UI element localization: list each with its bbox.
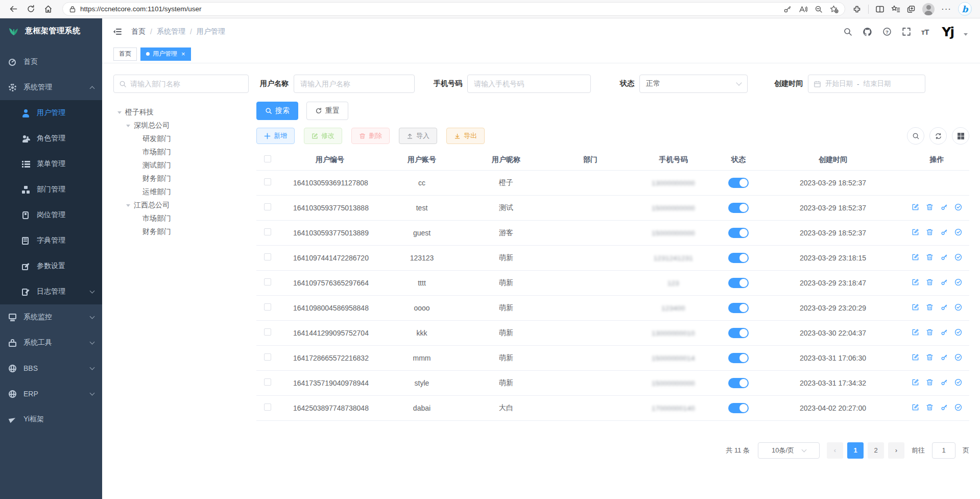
tree-node[interactable]: 市场部门 bbox=[113, 212, 249, 225]
reset-password-key-icon[interactable] bbox=[940, 353, 948, 361]
prev-page-button[interactable]: ‹ bbox=[827, 442, 843, 459]
tree-node[interactable]: 研发部门 bbox=[113, 132, 249, 146]
row-checkbox[interactable] bbox=[264, 228, 271, 235]
reset-password-key-icon[interactable] bbox=[940, 378, 948, 386]
github-icon[interactable] bbox=[863, 27, 872, 37]
status-toggle[interactable] bbox=[728, 278, 749, 288]
status-toggle[interactable] bbox=[728, 403, 749, 413]
delete-action-icon[interactable] bbox=[926, 203, 934, 211]
date-range-picker[interactable]: 开始日期 - 结束日期 bbox=[808, 75, 925, 93]
sidebar-item-system-mgmt[interactable]: 系统管理 bbox=[0, 75, 102, 100]
fullscreen-icon[interactable] bbox=[902, 27, 911, 36]
edit-action-icon[interactable] bbox=[912, 403, 919, 411]
edit-action-icon[interactable] bbox=[912, 203, 919, 211]
status-toggle[interactable] bbox=[728, 353, 749, 363]
edit-action-icon[interactable] bbox=[912, 253, 919, 261]
dept-search-field[interactable] bbox=[113, 75, 249, 93]
select-all-checkbox[interactable] bbox=[264, 155, 271, 162]
edit-action-icon[interactable] bbox=[912, 228, 919, 236]
browser-home-icon[interactable] bbox=[41, 2, 55, 16]
edit-action-icon[interactable] bbox=[912, 353, 919, 361]
breadcrumb-home[interactable]: 首页 bbox=[131, 27, 146, 36]
collections-icon[interactable] bbox=[891, 5, 900, 13]
assign-role-check-icon[interactable] bbox=[954, 328, 962, 336]
favorite-add-icon[interactable] bbox=[830, 5, 839, 13]
delete-action-icon[interactable] bbox=[926, 378, 934, 386]
assign-role-check-icon[interactable] bbox=[954, 403, 962, 411]
row-checkbox[interactable] bbox=[264, 303, 271, 311]
sidebar-item-monitor[interactable]: 系统监控 bbox=[0, 304, 102, 330]
sidebar-item-post-mgmt[interactable]: 岗位管理 bbox=[0, 202, 102, 228]
import-button[interactable]: 导入 bbox=[399, 128, 437, 144]
yj-logo[interactable]: Yj bbox=[942, 26, 953, 38]
row-checkbox[interactable] bbox=[264, 278, 271, 286]
address-bar[interactable]: https://ccnetcore.com:1101/system/user bbox=[62, 2, 845, 16]
page-1-button[interactable]: 1 bbox=[847, 442, 864, 459]
tree-node[interactable]: 运维部门 bbox=[113, 185, 249, 199]
assign-role-check-icon[interactable] bbox=[954, 228, 962, 236]
next-page-button[interactable]: › bbox=[888, 442, 904, 459]
delete-action-icon[interactable] bbox=[926, 228, 934, 236]
page-2-button[interactable]: 2 bbox=[868, 442, 884, 459]
edit-action-icon[interactable] bbox=[912, 303, 919, 311]
reset-password-key-icon[interactable] bbox=[940, 303, 948, 311]
dept-search-input[interactable] bbox=[114, 75, 248, 92]
status-toggle[interactable] bbox=[728, 303, 749, 313]
zoom-out-icon[interactable] bbox=[815, 5, 823, 13]
breadcrumb-system[interactable]: 系统管理 bbox=[157, 27, 185, 36]
status-toggle[interactable] bbox=[728, 328, 749, 338]
tree-node[interactable]: 财务部门 bbox=[113, 172, 249, 185]
sidebar-item-bbs[interactable]: BBS bbox=[0, 355, 102, 381]
status-select[interactable]: 正常 bbox=[639, 75, 748, 93]
row-checkbox[interactable] bbox=[264, 353, 271, 361]
reset-password-key-icon[interactable] bbox=[940, 278, 948, 286]
username-input[interactable] bbox=[294, 75, 415, 93]
page-size-select[interactable]: 10条/页 bbox=[758, 442, 820, 459]
delete-action-icon[interactable] bbox=[926, 303, 934, 311]
help-icon[interactable]: ? bbox=[882, 27, 892, 36]
bing-icon[interactable]: b bbox=[958, 2, 972, 16]
table-columns-button[interactable] bbox=[952, 127, 969, 145]
sidebar-item-yi[interactable]: Yi框架 bbox=[0, 407, 102, 432]
sidebar-item-dict-mgmt[interactable]: 字典管理 bbox=[0, 228, 102, 253]
reset-password-key-icon[interactable] bbox=[940, 253, 948, 261]
user-dropdown-caret-icon[interactable] bbox=[964, 33, 968, 36]
app-logo[interactable]: 意框架管理系统 bbox=[0, 18, 102, 43]
phone-input[interactable] bbox=[467, 75, 591, 93]
row-checkbox[interactable] bbox=[264, 328, 271, 336]
edit-action-icon[interactable] bbox=[912, 328, 919, 336]
read-aloud-icon[interactable] bbox=[799, 5, 807, 13]
sidebar-item-log-mgmt[interactable]: 日志管理 bbox=[0, 279, 102, 304]
tab-actions-icon[interactable] bbox=[907, 5, 916, 13]
sidebar-item-dept-mgmt[interactable]: 部门管理 bbox=[0, 177, 102, 202]
browser-menu-icon[interactable]: ··· bbox=[941, 4, 951, 14]
assign-role-check-icon[interactable] bbox=[954, 278, 962, 286]
tree-node[interactable]: 橙子科技 bbox=[113, 106, 249, 119]
edit-action-icon[interactable] bbox=[912, 378, 919, 386]
row-checkbox[interactable] bbox=[264, 203, 271, 210]
sidebar-item-home[interactable]: 首页 bbox=[0, 49, 102, 75]
add-button[interactable]: 新增 bbox=[256, 128, 295, 144]
tag-close-icon[interactable]: × bbox=[181, 51, 185, 57]
browser-refresh-icon[interactable] bbox=[23, 2, 38, 16]
delete-action-icon[interactable] bbox=[926, 278, 934, 286]
tree-node[interactable]: 深圳总公司 bbox=[113, 119, 249, 132]
reset-password-key-icon[interactable] bbox=[940, 203, 948, 211]
tree-node[interactable]: 市场部门 bbox=[113, 146, 249, 159]
assign-role-check-icon[interactable] bbox=[954, 378, 962, 386]
edit-action-icon[interactable] bbox=[912, 278, 919, 286]
tree-node[interactable]: 财务部门 bbox=[113, 225, 249, 239]
sidebar-item-tools[interactable]: 系统工具 bbox=[0, 330, 102, 355]
table-search-toggle-button[interactable] bbox=[907, 127, 924, 145]
collapse-sidebar-icon[interactable] bbox=[112, 27, 122, 36]
status-toggle[interactable] bbox=[728, 253, 749, 263]
row-checkbox[interactable] bbox=[264, 253, 271, 260]
search-button[interactable]: 搜索 bbox=[256, 102, 298, 120]
tree-node[interactable]: 江西总公司 bbox=[113, 199, 249, 212]
header-search-icon[interactable] bbox=[843, 27, 852, 36]
password-key-icon[interactable] bbox=[783, 5, 792, 13]
sidebar-item-role-mgmt[interactable]: 角色管理 bbox=[0, 126, 102, 151]
assign-role-check-icon[interactable] bbox=[954, 203, 962, 211]
tree-node[interactable]: 测试部门 bbox=[113, 159, 249, 172]
sidebar-item-menu-mgmt[interactable]: 菜单管理 bbox=[0, 151, 102, 177]
